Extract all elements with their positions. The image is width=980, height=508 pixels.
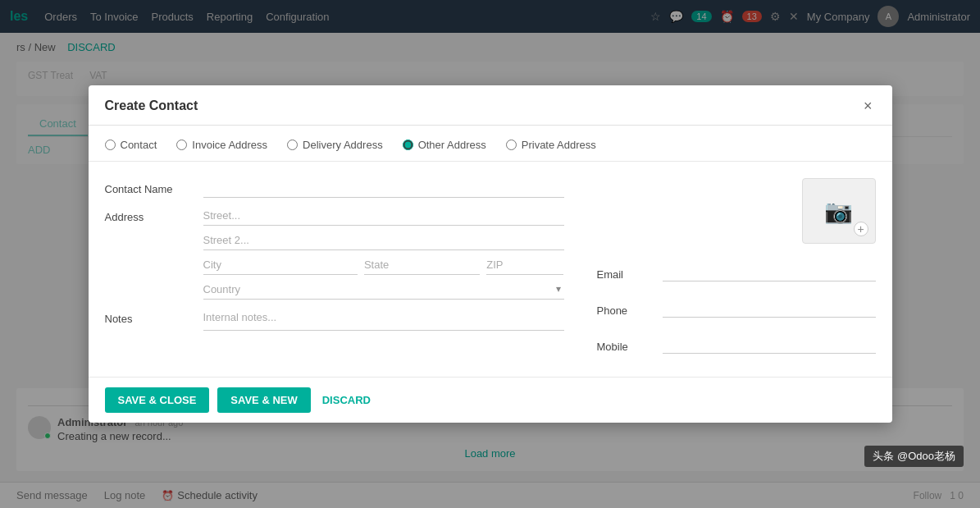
camera-icon: 📷 [824,198,853,225]
modal-title: Create Contact [105,98,198,113]
address-fields: Country [203,206,564,300]
street2-input[interactable] [203,231,564,250]
radio-invoice-input[interactable] [176,140,187,150]
save-new-button[interactable]: SAVE & NEW [217,387,310,413]
phone-field[interactable] [663,298,876,318]
modal-footer: SAVE & CLOSE SAVE & NEW DISCARD [89,377,892,423]
radio-contact-label: Contact [121,139,157,151]
modal-header: Create Contact × [89,85,892,126]
radio-delivery[interactable]: Delivery Address [287,139,383,151]
email-row: Email [597,262,876,281]
radio-contact-input[interactable] [105,140,116,150]
modal-close-button[interactable]: × [860,97,876,115]
phone-row: Phone [597,298,876,318]
mobile-field[interactable] [663,334,876,354]
modal-body: Contact Name Address [89,162,892,370]
radio-other[interactable]: Other Address [403,139,486,151]
radio-invoice-label: Invoice Address [192,139,267,151]
save-close-button[interactable]: SAVE & CLOSE [105,387,210,413]
notes-textarea[interactable] [203,308,564,331]
notes-row: Notes [105,308,564,333]
address-row: Address Country [105,206,564,300]
contact-name-field[interactable] [203,178,564,198]
radio-delivery-input[interactable] [287,140,298,150]
state-select-wrap[interactable] [364,255,480,275]
city-input[interactable] [203,255,358,275]
contact-name-row: Contact Name [105,178,564,198]
phone-input[interactable] [663,298,876,318]
notes-field[interactable] [203,308,564,333]
form-left-column: Contact Name Address [105,178,564,362]
discard-button-footer[interactable]: DISCARD [319,387,374,413]
email-field[interactable] [663,262,876,281]
country-select-wrap[interactable]: Country [203,280,564,300]
email-input[interactable] [663,262,876,281]
contact-name-label: Contact Name [105,178,203,195]
mobile-label: Mobile [597,336,663,353]
radio-delivery-label: Delivery Address [303,139,383,151]
state-input[interactable] [364,255,480,275]
radio-private-label: Private Address [522,139,596,151]
radio-private-input[interactable] [506,140,517,150]
contact-name-input[interactable] [203,178,564,198]
phone-label: Phone [597,300,663,317]
radio-private[interactable]: Private Address [506,139,596,151]
country-select[interactable]: Country [203,280,564,300]
street-input[interactable] [203,206,564,226]
radio-other-label: Other Address [418,139,486,151]
mobile-row: Mobile [597,334,876,354]
watermark: 头条 @Odoo老杨 [864,446,964,467]
mobile-input[interactable] [663,334,876,354]
radio-invoice[interactable]: Invoice Address [176,139,267,151]
photo-upload-button[interactable]: 📷 + [802,178,876,244]
address-label: Address [105,206,203,223]
email-label: Email [597,263,663,281]
create-contact-modal: Create Contact × Contact Invoice Address… [89,85,892,423]
city-state-zip-row [203,255,564,275]
radio-other-input[interactable] [403,140,413,150]
form-right-column: 📷 + Email Phone [597,178,876,362]
photo-wrap: 📷 + [597,178,876,244]
radio-contact[interactable]: Contact [105,139,157,151]
zip-input[interactable] [486,255,563,275]
notes-label: Notes [105,308,203,325]
photo-plus-icon: + [854,222,868,236]
address-type-radio-group: Contact Invoice Address Delivery Address… [89,126,892,162]
modal-overlay: Create Contact × Contact Invoice Address… [0,0,980,508]
